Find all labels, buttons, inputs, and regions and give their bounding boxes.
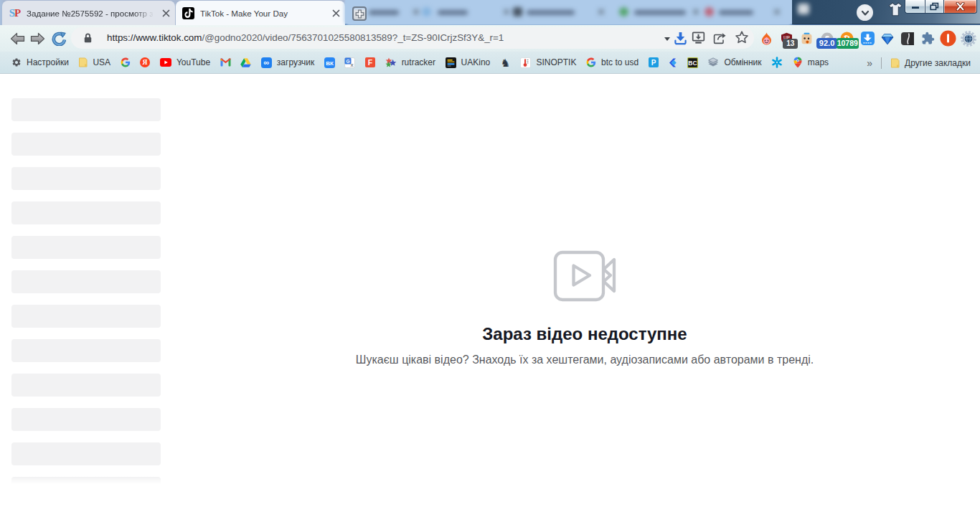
f-icon: F	[365, 57, 375, 68]
url-path: /@godno2020/video/7563701025580813589?_t…	[202, 32, 504, 43]
skeleton-bar	[11, 374, 161, 397]
bookmark-label: Настройки	[27, 57, 69, 67]
bookmark-item[interactable]: UAKino	[446, 57, 491, 68]
flame-icon	[760, 32, 773, 45]
bookmark-item[interactable]: rutracker	[385, 57, 435, 68]
bookmark-item[interactable]: ∞загрузчик	[261, 57, 314, 68]
browser-menu[interactable]	[958, 25, 979, 52]
skeleton-bar	[11, 201, 161, 224]
blurred-tabs-region	[346, 0, 792, 24]
bookmark-item[interactable]: maps	[793, 57, 829, 68]
bookmark-label: YouTube	[176, 57, 210, 67]
bc-icon: BC	[687, 57, 698, 68]
drive-icon	[240, 57, 251, 68]
reload-button[interactable]	[50, 25, 68, 52]
other-bookmarks-folder[interactable]: Другие закладки	[890, 57, 971, 69]
skeleton-bar	[11, 167, 161, 190]
bookmark-item[interactable]: Я	[140, 57, 150, 68]
sidebar-skeleton	[11, 98, 161, 522]
bookmark-item[interactable]: Настройки	[11, 57, 69, 68]
baby-extension[interactable]	[796, 25, 816, 52]
chevrons-icon	[668, 57, 677, 68]
extension-badge: 10789	[837, 38, 859, 49]
blurred-tab-favicon	[422, 7, 431, 16]
svg-text:∞: ∞	[263, 57, 269, 66]
extensions-row: UP13$92.0₿10789	[756, 25, 979, 52]
bookmark-item[interactable]: SINOPTIK	[520, 57, 576, 68]
blurred-tab-close-icon[interactable]	[597, 8, 605, 16]
shield-extension[interactable]: UP13	[776, 25, 796, 52]
bookmark-star-icon[interactable]	[735, 30, 749, 47]
extensions-menu[interactable]	[918, 25, 938, 52]
uakino-icon	[446, 57, 456, 68]
blurred-tab-close-icon[interactable]	[412, 8, 420, 16]
tab-close-icon[interactable]	[331, 8, 341, 18]
blurred-window-artifact	[798, 4, 809, 14]
bookmark-item[interactable]: YouTube	[160, 57, 210, 68]
currency-rate-extension[interactable]: $92.0	[817, 25, 837, 52]
bookmark-item[interactable]	[668, 57, 677, 68]
bookmarks-bar: НастройкиUSAЯYouTube∞загрузчикВКGxFrutra…	[0, 52, 980, 74]
bookmark-item[interactable]: Gx	[344, 57, 355, 68]
tab-tiktok[interactable]: TikTok - Make Your Day	[176, 1, 345, 25]
profile-avatar[interactable]	[938, 25, 958, 52]
download-icon[interactable]	[673, 30, 688, 49]
google-icon	[586, 57, 596, 68]
avatar-icon	[940, 30, 956, 47]
bookmarks-overflow-chevron[interactable]: »	[867, 57, 872, 69]
blurred-tab-favicon	[619, 7, 628, 16]
flame-extension[interactable]	[756, 25, 776, 52]
tab-close-icon[interactable]	[161, 8, 171, 18]
bookmark-item[interactable]: P	[649, 57, 659, 68]
bitcoin-ticker-extension[interactable]: ₿10789	[837, 25, 857, 52]
save-page-icon[interactable]	[691, 30, 706, 49]
knight-icon: ♞	[500, 57, 511, 68]
stars-icon	[385, 57, 397, 68]
bookmark-label: загрузчик	[277, 57, 314, 67]
p-icon: P	[649, 57, 659, 68]
bookmark-item[interactable]: BC	[687, 57, 698, 68]
gem-extension[interactable]	[877, 25, 897, 52]
tab-zadanie[interactable]: SP Задание №2575592 - просмотр з	[2, 1, 175, 25]
kyivstar-icon	[771, 57, 783, 68]
caret-down-icon[interactable]	[664, 37, 670, 41]
bookmark-item[interactable]: F	[365, 57, 375, 68]
savefrom-extension[interactable]	[857, 25, 877, 52]
bookmark-item[interactable]	[771, 57, 783, 68]
bookmark-item[interactable]: Обмінник	[707, 57, 761, 68]
blurred-tab-close-icon[interactable]	[502, 8, 510, 16]
skeleton-bar	[11, 442, 161, 465]
bookmark-item[interactable]	[121, 57, 131, 68]
blurred-tab-title	[527, 10, 575, 15]
url-text[interactable]: https://www.tiktok.com/@godno2020/video/…	[107, 27, 504, 49]
video-camera-icon	[553, 250, 616, 305]
yandex-icon: Я	[140, 57, 150, 68]
maximize-button[interactable]	[925, 0, 944, 14]
bookmark-item[interactable]	[240, 57, 251, 68]
bookmark-item[interactable]: btc to usd	[586, 57, 639, 68]
bookmark-item[interactable]: ♞	[500, 57, 511, 68]
back-button[interactable]	[8, 25, 27, 52]
lock-icon[interactable]	[83, 32, 93, 47]
blurred-tab-close-icon[interactable]	[692, 8, 699, 16]
blurred-tab-close-icon[interactable]	[773, 8, 781, 16]
new-tab-button[interactable]	[352, 6, 367, 21]
bookmark-item[interactable]: USA	[78, 57, 110, 68]
tab-title: TikTok - Make Your Day	[200, 9, 328, 18]
svg-text:BC: BC	[688, 59, 697, 66]
tshirt-icon[interactable]	[887, 2, 903, 16]
google-icon	[121, 57, 131, 68]
share-icon[interactable]	[712, 30, 727, 49]
close-button[interactable]	[944, 0, 977, 14]
bookmark-label: rutracker	[402, 57, 435, 67]
tiktok-favicon	[182, 7, 194, 19]
bookmark-item[interactable]	[220, 57, 231, 68]
tab-search-button[interactable]	[857, 4, 873, 21]
layers-icon	[707, 57, 719, 68]
darkmode-extension[interactable]	[897, 25, 918, 52]
forward-button[interactable]	[28, 25, 47, 52]
minimize-button[interactable]	[905, 0, 925, 14]
address-bar[interactable]: https://www.tiktok.com/@godno2020/video/…	[71, 27, 754, 49]
bookmark-item[interactable]: ВК	[324, 57, 335, 68]
translate-icon: Gx	[344, 57, 355, 68]
